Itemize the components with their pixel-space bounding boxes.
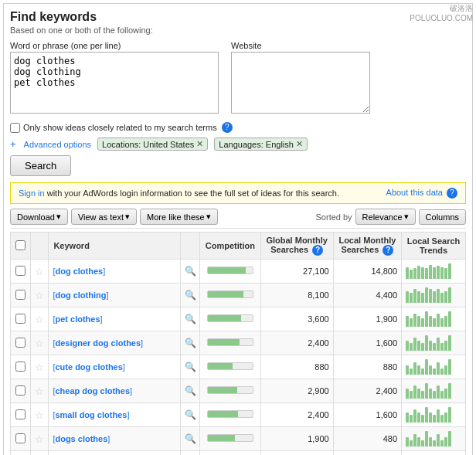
star-icon[interactable]: ☆ (35, 338, 44, 349)
trend-bar (413, 338, 416, 351)
trend-bar (421, 318, 424, 327)
col-checkbox (11, 233, 31, 260)
keyword-link[interactable]: [dogs clothes] (53, 434, 110, 443)
row-checkbox[interactable] (15, 338, 26, 348)
signin-link[interactable]: Sign in (19, 188, 45, 198)
row-global-searches: 3,600 (260, 307, 333, 331)
search-button[interactable]: Search (10, 155, 71, 176)
trend-bar (440, 440, 444, 447)
trend-bar (410, 343, 413, 351)
row-checkbox[interactable] (15, 362, 26, 372)
row-star-cell: ☆ (31, 284, 49, 307)
columns-button[interactable]: Columns (419, 209, 466, 225)
help-icon-global[interactable]: ? (312, 245, 323, 256)
keyword-link[interactable]: [pet clothes] (53, 314, 102, 324)
sorted-by-label: Sorted by (316, 212, 352, 222)
relevance-label: Relevance (362, 212, 403, 222)
trend-bar (425, 359, 428, 375)
keyword-link[interactable]: [cheap dog clothes] (53, 386, 132, 396)
row-checkbox[interactable] (15, 385, 26, 396)
more-chevron: ▾ (206, 212, 211, 222)
star-icon[interactable]: ☆ (35, 314, 44, 325)
keyword-link[interactable]: [designer dog clothes] (53, 338, 143, 348)
magnify-icon[interactable]: 🔍 (185, 433, 196, 444)
view-as-text-button[interactable]: View as text ▾ (71, 209, 137, 225)
row-global-searches: 2,400 (260, 403, 333, 427)
row-checkbox[interactable] (15, 290, 26, 300)
trend-bar (425, 311, 428, 327)
competition-bar (207, 410, 253, 418)
star-icon[interactable]: ☆ (35, 433, 44, 445)
trend-bar (440, 267, 444, 279)
row-magnify-cell: 🔍 (180, 284, 199, 307)
help-icon-local[interactable]: ? (382, 245, 393, 256)
trend-bar (437, 385, 440, 399)
row-checkbox-cell (11, 260, 31, 284)
advanced-options-link[interactable]: Advanced options (24, 140, 91, 149)
trend-bar (433, 318, 436, 327)
language-tag-close[interactable]: ✕ (296, 139, 303, 149)
row-competition-cell (200, 307, 260, 331)
keyword-link[interactable]: [small dog clothes] (53, 410, 129, 419)
competition-bar (207, 338, 253, 346)
row-checkbox-cell (11, 307, 31, 331)
star-icon[interactable]: ☆ (35, 385, 44, 397)
trend-bar (417, 437, 420, 447)
keyword-link[interactable]: [dog clothes] (53, 267, 105, 276)
col-keyword: Keyword (49, 233, 180, 260)
toolbar-right: Sorted by Relevance ▾ Columns (316, 209, 466, 225)
row-trend-cell (402, 355, 466, 379)
advanced-row: + Advanced options Locations: United Sta… (10, 138, 466, 151)
trend-bar (406, 291, 409, 303)
star-icon[interactable]: ☆ (35, 409, 44, 421)
download-button[interactable]: Download ▾ (10, 209, 68, 225)
magnify-icon[interactable]: 🔍 (185, 290, 196, 301)
row-checkbox[interactable] (15, 433, 26, 443)
trend-bar (417, 291, 420, 303)
trend-bar (448, 383, 451, 399)
row-checkbox[interactable] (15, 409, 26, 419)
magnify-icon[interactable]: 🔍 (185, 362, 196, 372)
website-input[interactable] (231, 52, 370, 114)
location-tag-close[interactable]: ✕ (196, 139, 203, 149)
trend-bar (417, 316, 420, 327)
row-competition-cell (200, 379, 260, 403)
select-all-checkbox[interactable] (15, 240, 26, 250)
related-checkbox[interactable] (10, 123, 20, 133)
table-row: ☆[dog clothing]🔍8,1004,400 (11, 284, 466, 307)
col-global: Global MonthlySearches ? (260, 233, 333, 260)
row-local-searches: 4,400 (333, 284, 401, 307)
star-icon[interactable]: ☆ (35, 266, 44, 277)
trend-bar (425, 268, 428, 279)
trend-bar (440, 415, 444, 423)
help-icon-checkbox[interactable]: ? (222, 122, 233, 133)
magnify-icon[interactable]: 🔍 (185, 385, 196, 396)
row-star-cell: ☆ (31, 451, 49, 456)
row-keyword-cell: [cute dog clothes] (49, 355, 180, 379)
trend-bar (433, 343, 436, 351)
star-icon[interactable]: ☆ (35, 290, 44, 301)
keyword-link[interactable]: [cute dog clothes] (53, 362, 125, 372)
magnify-icon[interactable]: 🔍 (185, 314, 196, 324)
competition-bar (207, 362, 253, 370)
row-checkbox[interactable] (15, 266, 26, 276)
trend-bar (429, 265, 432, 279)
keyword-link[interactable]: [dog clothing] (53, 290, 108, 300)
magnify-icon[interactable]: 🔍 (185, 266, 196, 277)
row-magnify-cell: 🔍 (180, 260, 199, 284)
relevance-button[interactable]: Relevance ▾ (355, 209, 416, 225)
trend-bar (410, 440, 413, 447)
trend-bar (413, 385, 416, 399)
magnify-icon[interactable]: 🔍 (185, 409, 196, 420)
trend-bar (425, 383, 428, 399)
row-checkbox-cell (11, 284, 31, 307)
keyword-input[interactable]: dog clothes dog clothing pet clothes (10, 52, 219, 114)
about-data-link[interactable]: About this data ? (386, 188, 457, 199)
trend-bar (429, 365, 432, 375)
star-icon[interactable]: ☆ (35, 362, 44, 373)
magnify-icon[interactable]: 🔍 (185, 338, 196, 348)
row-checkbox[interactable] (15, 314, 26, 324)
row-magnify-cell: 🔍 (180, 403, 199, 427)
more-like-these-button[interactable]: More like these ▾ (140, 209, 218, 225)
row-local-searches: 2,400 (333, 379, 401, 403)
